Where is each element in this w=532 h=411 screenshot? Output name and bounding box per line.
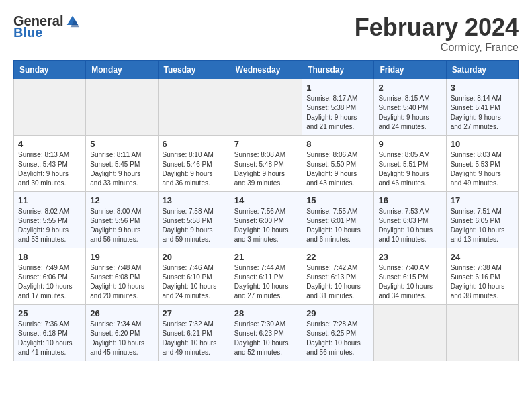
day-number: 8 — [306, 139, 369, 149]
day-cell: 4Sunrise: 8:13 AM Sunset: 5:43 PM Daylig… — [14, 136, 86, 192]
week-row-4: 18Sunrise: 7:49 AM Sunset: 6:06 PM Dayli… — [14, 248, 519, 305]
logo-icon — [66, 15, 79, 28]
day-number: 12 — [90, 195, 153, 205]
day-number: 21 — [234, 252, 298, 262]
day-cell: 18Sunrise: 7:49 AM Sunset: 6:06 PM Dayli… — [14, 248, 86, 305]
day-cell: 22Sunrise: 7:42 AM Sunset: 6:13 PM Dayli… — [302, 248, 374, 305]
location-title: Cormicy, France — [355, 42, 519, 54]
day-number: 5 — [90, 139, 153, 149]
day-info: Sunrise: 7:34 AM Sunset: 6:20 PM Dayligh… — [90, 320, 153, 357]
calendar-table: SundayMondayTuesdayWednesdayThursdayFrid… — [13, 60, 519, 361]
day-cell: 9Sunrise: 8:05 AM Sunset: 5:51 PM Daylig… — [374, 136, 446, 192]
day-info: Sunrise: 7:49 AM Sunset: 6:06 PM Dayligh… — [18, 263, 81, 301]
day-info: Sunrise: 7:58 AM Sunset: 5:58 PM Dayligh… — [163, 207, 226, 244]
day-info: Sunrise: 7:44 AM Sunset: 6:11 PM Dayligh… — [234, 263, 298, 301]
day-info: Sunrise: 8:08 AM Sunset: 5:48 PM Dayligh… — [234, 150, 298, 188]
day-number: 20 — [163, 252, 226, 262]
day-cell: 19Sunrise: 7:48 AM Sunset: 6:08 PM Dayli… — [86, 248, 158, 305]
day-number: 4 — [18, 139, 81, 149]
header-cell-saturday: Saturday — [446, 61, 518, 79]
day-cell: 17Sunrise: 7:51 AM Sunset: 6:05 PM Dayli… — [446, 192, 518, 248]
day-info: Sunrise: 7:32 AM Sunset: 6:21 PM Dayligh… — [163, 320, 226, 357]
day-cell: 16Sunrise: 7:53 AM Sunset: 6:03 PM Dayli… — [374, 192, 446, 248]
day-info: Sunrise: 8:11 AM Sunset: 5:45 PM Dayligh… — [90, 150, 153, 188]
header-cell-thursday: Thursday — [302, 61, 374, 79]
day-info: Sunrise: 7:56 AM Sunset: 6:00 PM Dayligh… — [234, 207, 298, 244]
header-cell-wednesday: Wednesday — [230, 61, 302, 79]
day-info: Sunrise: 7:42 AM Sunset: 6:13 PM Dayligh… — [306, 263, 369, 301]
header-cell-tuesday: Tuesday — [158, 61, 230, 79]
logo-blue-text: Blue — [13, 25, 42, 40]
month-title: February 2024 — [355, 13, 519, 42]
page-header: General Blue February 2024 Cormicy, Fran… — [13, 13, 519, 54]
day-cell: 7Sunrise: 8:08 AM Sunset: 5:48 PM Daylig… — [230, 136, 302, 192]
day-cell: 26Sunrise: 7:34 AM Sunset: 6:20 PM Dayli… — [86, 305, 158, 361]
day-number: 3 — [451, 83, 514, 93]
calendar-body: 1Sunrise: 8:17 AM Sunset: 5:38 PM Daylig… — [14, 79, 519, 361]
header-cell-friday: Friday — [374, 61, 446, 79]
day-cell — [374, 305, 446, 361]
day-number: 7 — [234, 139, 298, 149]
day-number: 16 — [378, 195, 441, 205]
week-row-2: 4Sunrise: 8:13 AM Sunset: 5:43 PM Daylig… — [14, 136, 519, 192]
day-info: Sunrise: 7:51 AM Sunset: 6:05 PM Dayligh… — [451, 207, 514, 244]
day-number: 25 — [18, 308, 81, 318]
day-info: Sunrise: 8:05 AM Sunset: 5:51 PM Dayligh… — [378, 150, 441, 188]
day-cell: 28Sunrise: 7:30 AM Sunset: 6:23 PM Dayli… — [230, 305, 302, 361]
week-row-3: 11Sunrise: 8:02 AM Sunset: 5:55 PM Dayli… — [14, 192, 519, 248]
day-cell: 23Sunrise: 7:40 AM Sunset: 6:15 PM Dayli… — [374, 248, 446, 305]
day-info: Sunrise: 7:28 AM Sunset: 6:25 PM Dayligh… — [306, 320, 369, 357]
day-number: 24 — [451, 252, 514, 262]
day-info: Sunrise: 8:02 AM Sunset: 5:55 PM Dayligh… — [18, 207, 81, 244]
day-number: 15 — [306, 195, 369, 205]
day-info: Sunrise: 8:00 AM Sunset: 5:56 PM Dayligh… — [90, 207, 153, 244]
week-row-5: 25Sunrise: 7:36 AM Sunset: 6:18 PM Dayli… — [14, 305, 519, 361]
day-info: Sunrise: 8:14 AM Sunset: 5:41 PM Dayligh… — [451, 94, 514, 132]
day-cell: 27Sunrise: 7:32 AM Sunset: 6:21 PM Dayli… — [158, 305, 230, 361]
day-info: Sunrise: 8:17 AM Sunset: 5:38 PM Dayligh… — [306, 94, 369, 132]
day-number: 6 — [163, 139, 226, 149]
day-cell: 8Sunrise: 8:06 AM Sunset: 5:50 PM Daylig… — [302, 136, 374, 192]
day-cell — [158, 79, 230, 136]
day-cell — [446, 305, 518, 361]
day-info: Sunrise: 8:03 AM Sunset: 5:53 PM Dayligh… — [451, 150, 514, 188]
day-info: Sunrise: 7:40 AM Sunset: 6:15 PM Dayligh… — [378, 263, 441, 301]
day-number: 14 — [234, 195, 298, 205]
day-number: 26 — [90, 308, 153, 318]
day-info: Sunrise: 7:53 AM Sunset: 6:03 PM Dayligh… — [378, 207, 441, 244]
day-number: 18 — [18, 252, 81, 262]
day-number: 19 — [90, 252, 153, 262]
day-number: 11 — [18, 195, 81, 205]
day-number: 28 — [234, 308, 298, 318]
week-row-1: 1Sunrise: 8:17 AM Sunset: 5:38 PM Daylig… — [14, 79, 519, 136]
day-cell — [230, 79, 302, 136]
day-info: Sunrise: 7:48 AM Sunset: 6:08 PM Dayligh… — [90, 263, 153, 301]
day-cell: 20Sunrise: 7:46 AM Sunset: 6:10 PM Dayli… — [158, 248, 230, 305]
day-number: 13 — [163, 195, 226, 205]
day-info: Sunrise: 8:06 AM Sunset: 5:50 PM Dayligh… — [306, 150, 369, 188]
day-cell: 21Sunrise: 7:44 AM Sunset: 6:11 PM Dayli… — [230, 248, 302, 305]
day-cell: 1Sunrise: 8:17 AM Sunset: 5:38 PM Daylig… — [302, 79, 374, 136]
day-cell: 11Sunrise: 8:02 AM Sunset: 5:55 PM Dayli… — [14, 192, 86, 248]
day-cell: 29Sunrise: 7:28 AM Sunset: 6:25 PM Dayli… — [302, 305, 374, 361]
day-cell: 24Sunrise: 7:38 AM Sunset: 6:16 PM Dayli… — [446, 248, 518, 305]
day-cell: 15Sunrise: 7:55 AM Sunset: 6:01 PM Dayli… — [302, 192, 374, 248]
header-row: SundayMondayTuesdayWednesdayThursdayFrid… — [14, 61, 519, 79]
day-number: 23 — [378, 252, 441, 262]
day-cell: 3Sunrise: 8:14 AM Sunset: 5:41 PM Daylig… — [446, 79, 518, 136]
day-number: 9 — [378, 139, 441, 149]
day-info: Sunrise: 8:10 AM Sunset: 5:46 PM Dayligh… — [163, 150, 226, 188]
day-cell — [86, 79, 158, 136]
day-number: 29 — [306, 308, 369, 318]
day-info: Sunrise: 8:15 AM Sunset: 5:40 PM Dayligh… — [378, 94, 441, 132]
day-cell: 6Sunrise: 8:10 AM Sunset: 5:46 PM Daylig… — [158, 136, 230, 192]
day-cell: 12Sunrise: 8:00 AM Sunset: 5:56 PM Dayli… — [86, 192, 158, 248]
day-number: 1 — [306, 83, 369, 93]
day-info: Sunrise: 8:13 AM Sunset: 5:43 PM Dayligh… — [18, 150, 81, 188]
day-cell: 14Sunrise: 7:56 AM Sunset: 6:00 PM Dayli… — [230, 192, 302, 248]
day-cell: 10Sunrise: 8:03 AM Sunset: 5:53 PM Dayli… — [446, 136, 518, 192]
day-cell: 2Sunrise: 8:15 AM Sunset: 5:40 PM Daylig… — [374, 79, 446, 136]
day-info: Sunrise: 7:38 AM Sunset: 6:16 PM Dayligh… — [451, 263, 514, 301]
day-number: 27 — [163, 308, 226, 318]
header-cell-monday: Monday — [86, 61, 158, 79]
